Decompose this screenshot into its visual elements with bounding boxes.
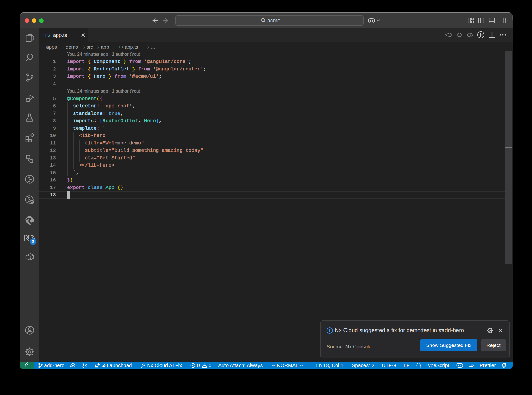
svg-text:3: 3 <box>32 240 34 244</box>
